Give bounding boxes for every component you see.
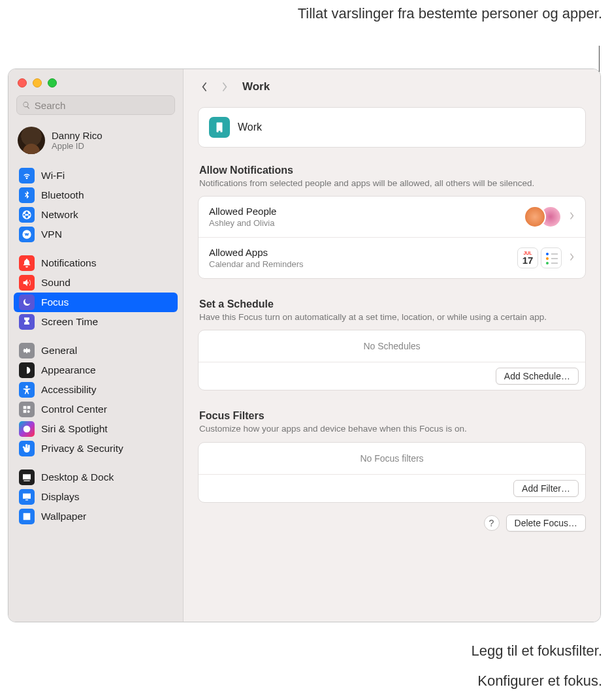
filters-desc: Customize how your apps and device behav… [198, 423, 586, 441]
avatar [18, 127, 45, 154]
sidebar-item-label: Sound [41, 277, 71, 289]
focus-name: Work [238, 121, 262, 133]
sidebar-item-label: General [41, 345, 77, 357]
dock-icon [19, 469, 35, 485]
allowed-apps-title: Allowed Apps [209, 247, 509, 258]
chevron-right-icon [570, 252, 575, 264]
allowed-people-row[interactable]: Allowed People Ashley and Olivia [199, 197, 585, 237]
allow-title: Allow Notifications [198, 165, 586, 178]
schedule-title: Set a Schedule [198, 298, 586, 311]
vpn-icon [19, 227, 35, 242]
gear-icon [19, 343, 35, 358]
schedule-empty: No Schedules [199, 330, 585, 362]
sidebar-item-label: Control Center [41, 404, 107, 415]
hand-icon [19, 441, 35, 456]
sidebar-item-label: Siri & Spotlight [41, 423, 108, 435]
sidebar-item-displays[interactable]: Displays [14, 487, 178, 507]
back-button[interactable] [195, 77, 212, 97]
sidebar: Danny Rico Apple ID Wi-FiBluetoothNetwor… [8, 69, 184, 622]
calendar-icon: JUL 17 [517, 247, 538, 268]
allowed-people-title: Allowed People [209, 206, 516, 217]
sidebar-item-label: Wallpaper [41, 511, 86, 522]
search-icon [22, 101, 31, 110]
sidebar-item-focus[interactable]: Focus [14, 293, 178, 312]
allowed-apps-row[interactable]: Allowed Apps Calendar and Reminders JUL … [199, 237, 585, 278]
account-row[interactable]: Danny Rico Apple ID [8, 121, 183, 163]
hourglass-icon [19, 314, 35, 330]
account-name: Danny Rico [52, 130, 103, 141]
network-icon [19, 207, 35, 223]
bluetooth-icon [19, 187, 35, 203]
wifi-icon [19, 168, 35, 183]
sidebar-item-label: Wi-Fi [41, 170, 65, 182]
siri-icon [19, 421, 35, 437]
forward-button[interactable] [216, 77, 233, 97]
annotation-top: Tillat varslinger fra bestemte personer … [289, 4, 602, 24]
sidebar-item-label: Network [41, 209, 78, 221]
help-button[interactable]: ? [484, 515, 500, 531]
search-field[interactable] [16, 95, 175, 115]
sidebar-item-screen-time[interactable]: Screen Time [14, 312, 178, 332]
settings-window: Danny Rico Apple ID Wi-FiBluetoothNetwor… [8, 69, 601, 622]
sidebar-item-privacy-security[interactable]: Privacy & Security [14, 439, 178, 458]
main-pane: Work Work Allow Notifications Notificati… [184, 69, 600, 622]
bell-icon [19, 255, 35, 271]
close-button[interactable] [18, 78, 27, 88]
sidebar-item-desktop-dock[interactable]: Desktop & Dock [14, 468, 178, 487]
search-input[interactable] [35, 100, 169, 111]
focus-header-card: Work [198, 107, 586, 148]
sidebar-item-bluetooth[interactable]: Bluetooth [14, 185, 178, 205]
sidebar-item-label: Notifications [41, 257, 96, 269]
annotation-add-schedule: Konfigurer et fokus. [477, 671, 602, 691]
displays-icon [19, 489, 35, 505]
sidebar-item-label: Screen Time [41, 316, 98, 328]
sound-icon [19, 275, 35, 291]
sidebar-item-label: Appearance [41, 364, 96, 376]
sidebar-item-siri-spotlight[interactable]: Siri & Spotlight [14, 419, 178, 439]
wallpaper-icon [19, 509, 35, 524]
schedule-desc: Have this Focus turn on automatically at… [198, 311, 586, 330]
reminders-icon [541, 247, 562, 268]
sidebar-item-control-center[interactable]: Control Center [14, 400, 178, 419]
app-icons: JUL 17 [517, 247, 562, 268]
delete-focus-button[interactable]: Delete Focus… [506, 515, 586, 532]
sidebar-item-wi-fi[interactable]: Wi-Fi [14, 166, 178, 185]
filters-card: No Focus filters Add Filter… [198, 442, 586, 503]
accessibility-icon [19, 382, 35, 398]
titlebar: Work [184, 69, 600, 104]
allow-card: Allowed People Ashley and Olivia Allowed… [198, 196, 586, 279]
sidebar-item-appearance[interactable]: Appearance [14, 360, 178, 380]
filters-title: Focus Filters [198, 410, 586, 423]
schedule-card: No Schedules Add Schedule… [198, 330, 586, 390]
maximize-button[interactable] [48, 78, 57, 88]
allowed-people-sub: Ashley and Olivia [209, 218, 516, 228]
add-schedule-button[interactable]: Add Schedule… [496, 368, 579, 385]
sidebar-list: Wi-FiBluetoothNetworkVPNNotificationsSou… [8, 163, 183, 622]
sidebar-item-label: VPN [41, 229, 62, 240]
sidebar-item-sound[interactable]: Sound [14, 273, 178, 293]
controlcenter-icon [19, 402, 35, 417]
page-title: Work [242, 80, 270, 93]
sidebar-item-label: Desktop & Dock [41, 471, 114, 483]
sidebar-item-accessibility[interactable]: Accessibility [14, 380, 178, 400]
chevron-right-icon [570, 211, 575, 223]
allowed-apps-sub: Calendar and Reminders [209, 259, 509, 269]
sidebar-item-notifications[interactable]: Notifications [14, 253, 178, 273]
allow-desc: Notifications from selected people and a… [198, 178, 586, 196]
sidebar-item-label: Accessibility [41, 384, 96, 396]
sidebar-item-network[interactable]: Network [14, 205, 178, 225]
window-controls [8, 74, 183, 95]
appearance-icon [19, 362, 35, 378]
minimize-button[interactable] [33, 78, 42, 88]
work-focus-icon [209, 117, 230, 138]
sidebar-item-vpn[interactable]: VPN [14, 225, 178, 244]
filters-empty: No Focus filters [199, 443, 585, 474]
sidebar-item-label: Privacy & Security [41, 443, 123, 454]
account-sub: Apple ID [52, 141, 103, 151]
sidebar-item-label: Bluetooth [41, 189, 84, 201]
sidebar-item-wallpaper[interactable]: Wallpaper [14, 507, 178, 526]
svg-point-0 [24, 426, 31, 433]
add-filter-button[interactable]: Add Filter… [513, 480, 579, 497]
sidebar-item-label: Focus [41, 296, 69, 308]
sidebar-item-general[interactable]: General [14, 341, 178, 360]
